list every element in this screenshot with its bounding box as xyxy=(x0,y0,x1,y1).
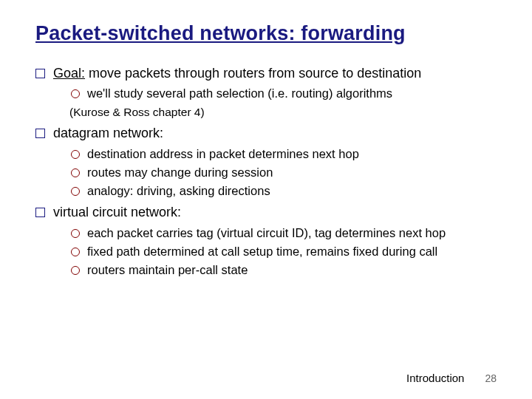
bullet-list-level1: Goal: move packets through routers from … xyxy=(35,64,497,278)
slide-title: Packet-switched networks: forwarding xyxy=(35,22,497,45)
subitem: routes may change during session xyxy=(71,164,497,180)
footer-section: Introduction xyxy=(406,372,464,384)
goal-text: move packets through routers from source… xyxy=(85,66,421,81)
subitem: analogy: driving, asking directions xyxy=(71,183,497,199)
subitem: we'll study several path selection (i.e.… xyxy=(71,85,497,101)
slide-footer: Introduction 28 xyxy=(406,372,497,384)
sublist-vc: each packet carries tag (virtual circuit… xyxy=(53,225,497,279)
subitem: routers maintain per-call state xyxy=(71,262,497,278)
subitem: each packet carries tag (virtual circuit… xyxy=(71,225,497,241)
sublist-datagram: destination address in packet determines… xyxy=(53,146,497,200)
datagram-label: datagram network: xyxy=(53,126,163,140)
subitem: fixed path determined at call setup time… xyxy=(71,243,497,259)
page-number: 28 xyxy=(485,372,497,384)
bullet-item-goal: Goal: move packets through routers from … xyxy=(35,64,497,120)
vc-label: virtual circuit network: xyxy=(53,205,181,219)
subitem: destination address in packet determines… xyxy=(71,146,497,162)
reference-note: (Kurose & Ross chapter 4) xyxy=(53,104,497,120)
sublist-goal: we'll study several path selection (i.e.… xyxy=(53,85,497,101)
bullet-item-vc: virtual circuit network: each packet car… xyxy=(35,203,497,278)
goal-label: Goal: xyxy=(53,66,85,81)
bullet-item-datagram: datagram network: destination address in… xyxy=(35,124,497,199)
